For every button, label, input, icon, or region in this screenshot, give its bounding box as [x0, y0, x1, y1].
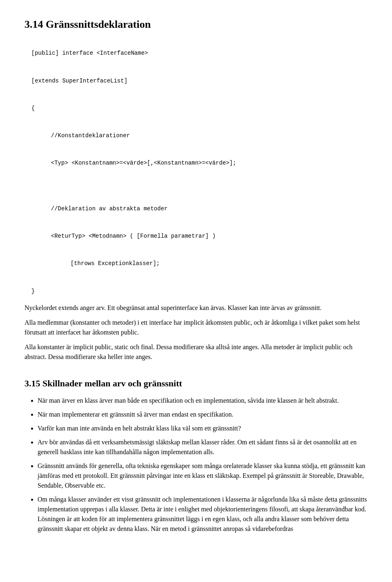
- section-314-para1: Nyckelordet extends anger arv. Ett obegr…: [24, 303, 368, 313]
- code-line-10: }: [31, 288, 35, 294]
- list-item: Gränssnitt används för generella, ofta t…: [38, 461, 368, 491]
- list-item: Om många klasser använder ett visst grän…: [38, 495, 368, 534]
- code-line-7: //Deklaration av abstrakta metoder: [51, 205, 168, 212]
- list-item: När man ärver en klass ärver man både en…: [38, 396, 368, 406]
- section-314-para2: Alla medlemmar (konstanter och metoder) …: [24, 318, 368, 337]
- code-line-9: [throws Exceptionklasser];: [71, 260, 160, 267]
- code-line-2: [extends SuperInterfaceList]: [31, 78, 127, 84]
- list-item: När man implementerar ett gränssnitt så …: [38, 410, 368, 419]
- section-315-heading: 3.15 Skillnader mellan arv och gränssnit…: [24, 377, 368, 390]
- code-line-8: <ReturTyp> <Metodnamn> ( [Formella param…: [51, 233, 216, 239]
- section-314-para3: Alla konstanter är implicit public, stat…: [24, 342, 368, 362]
- list-item: Arv bör användas då ett verksamhetsmässi…: [38, 437, 368, 457]
- code-block: [public] interface <InterfaceName> [exte…: [24, 40, 368, 296]
- code-line-4: //Konstantdeklarationer: [51, 132, 130, 139]
- code-line-5: <Typ> <Konstantnamn>=<värde>[,<Konstantn…: [51, 160, 236, 166]
- section-314-heading: 3.14 Gränssnittsdeklaration: [24, 16, 368, 32]
- list-item: Varför kan man inte använda en helt abst…: [38, 424, 368, 433]
- code-line-3: {: [31, 105, 35, 111]
- section-315-list: När man ärver en klass ärver man både en…: [38, 396, 368, 534]
- code-line-1: [public] interface <InterfaceName>: [31, 50, 148, 56]
